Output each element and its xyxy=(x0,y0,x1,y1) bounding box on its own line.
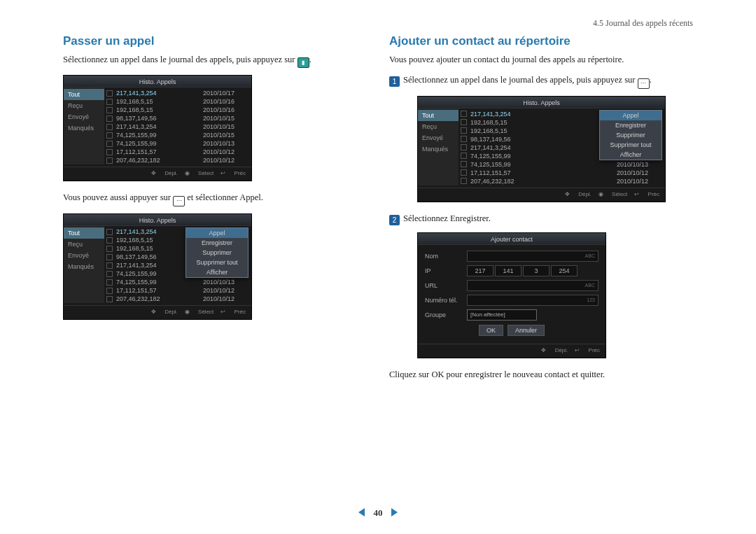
step-2: 2Sélectionnez Enregistrer. xyxy=(389,212,693,225)
ok-button: OK xyxy=(479,325,503,336)
right-column: Ajouter un contact au répertoire Vous po… xyxy=(389,34,693,388)
right-p1: Vous pouvez ajouter un contact du journa… xyxy=(389,53,693,66)
ip-field: 2171413254 xyxy=(467,265,579,276)
tel-field: 123 xyxy=(467,295,598,306)
step-badge-2: 2 xyxy=(389,215,400,225)
tab-received: Reçu xyxy=(64,100,104,111)
screen-title: Histo. Appels xyxy=(64,76,251,87)
cancel-button: Annuler xyxy=(507,325,545,336)
tab-all: Tout xyxy=(64,89,104,100)
screen-title: Histo. Appels xyxy=(64,214,251,226)
right-p2: Cliquez sur OK pour enregistrer le nouve… xyxy=(389,368,693,381)
page-navigation: 40 xyxy=(0,507,756,519)
menu-icon: ⋯ xyxy=(173,196,185,206)
context-menu: Appel Enregistrer Supprimer Supprimer to… xyxy=(599,110,662,160)
left-heading: Passer un appel xyxy=(63,34,367,48)
page-number: 40 xyxy=(374,507,383,518)
step-badge-1: 1 xyxy=(389,76,400,87)
call-icon: ▮ xyxy=(298,57,309,68)
left-p1: Sélectionnez un appel dans le journal de… xyxy=(63,53,367,68)
context-menu: Appel Enregistrer Supprimer Supprimer to… xyxy=(186,227,248,278)
next-page-icon[interactable] xyxy=(391,508,398,517)
screenshot-add-contact: Ajouter contact NomABC IP2171413254 URLA… xyxy=(417,232,606,358)
tab-missed: Manqués xyxy=(64,122,104,134)
screenshot-call-log-popup-2: Histo. Appels Tout Reçu Envoyé Manqués 2… xyxy=(417,96,666,202)
left-column: Passer un appel Sélectionnez un appel da… xyxy=(63,34,367,388)
screenshot-call-log-1: Histo. Appels Tout Reçu Envoyé Manqués 2… xyxy=(63,75,252,181)
breadcrumb: 4.5 Journal des appels récents xyxy=(63,18,693,29)
step-1: 1Sélectionnez un appel dans le journal d… xyxy=(389,73,693,89)
screen-list: 217,141,3,2542010/10/17192,168,5,152010/… xyxy=(104,87,251,164)
screenshot-call-log-popup: Histo. Appels Tout Reçu Envoyé Manqués 2… xyxy=(63,213,252,320)
right-heading: Ajouter un contact au répertoire xyxy=(389,34,693,48)
url-field: ABC xyxy=(467,280,598,291)
tab-sent: Envoyé xyxy=(64,111,104,122)
group-select: [Non affectée] xyxy=(467,309,537,321)
screen-footer: ✥ Dépl.◉ Sélect↩ Préc xyxy=(64,167,251,176)
left-p2: Vous pouvez aussi appuyer sur ⋯ et sélec… xyxy=(63,191,367,206)
screen-tabs: Tout Reçu Envoyé Manqués xyxy=(64,226,104,303)
name-field: ABC xyxy=(467,251,598,262)
prev-page-icon[interactable] xyxy=(358,508,365,517)
menu-icon: ⋯ xyxy=(638,78,650,89)
screen-tabs: Tout Reçu Envoyé Manqués xyxy=(64,87,104,164)
screen-list: 217,141,3,254192,168,5,15192,168,5,1598,… xyxy=(104,226,251,303)
